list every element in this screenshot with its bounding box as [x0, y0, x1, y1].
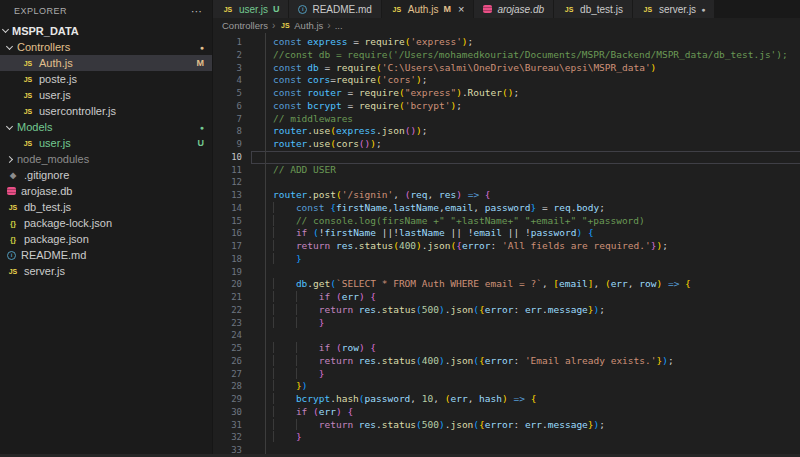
item-label: usercontroller.js [39, 105, 116, 117]
code-line[interactable]: 25 if (row) { [213, 342, 800, 355]
sidebar-item-node_modules[interactable]: node_modules [0, 151, 212, 167]
code-line[interactable]: 20 db.get(`SELECT * FROM Auth WHERE emai… [213, 278, 800, 291]
line-content: db.get(`SELECT * FROM Auth WHERE email =… [251, 278, 800, 291]
line-number: 2 [213, 49, 251, 62]
chevron-down-icon [6, 42, 13, 49]
tab-server.js[interactable]: JSserver.js● [633, 0, 714, 18]
breadcrumb-item[interactable]: JSAuth.js [279, 20, 323, 31]
code-line[interactable]: 7// middlewares [213, 113, 800, 126]
line-content: // ADD USER [251, 164, 800, 177]
code-line[interactable]: 4const cors=require('cors'); [213, 74, 800, 87]
item-label: poste.js [39, 73, 77, 85]
code-line[interactable]: 14 const {firstName,lastName,email, pass… [213, 202, 800, 215]
code-line[interactable]: 6const bcrypt = require('bcrypt'); [213, 100, 800, 113]
code-editor[interactable]: 1const express = require('express');2//c… [213, 33, 800, 457]
tab-user.js[interactable]: JSuser.jsU [213, 0, 288, 18]
sidebar-item-usercontroller.js[interactable]: JSusercontroller.js [0, 103, 212, 119]
js-icon: JS [22, 106, 34, 116]
line-content [251, 266, 800, 279]
code-line[interactable]: 15 // console.log(firsName +" "+lastName… [213, 215, 800, 228]
code-line[interactable]: 16 if (!firstName ||!lastName || !email … [213, 227, 800, 240]
code-line[interactable]: 31 return res.status(500).json({error: e… [213, 419, 800, 432]
code-line[interactable]: 13router.post('/signin', (req, res) => { [213, 189, 800, 202]
line-number: 1 [213, 36, 251, 49]
code-line[interactable]: 9router.use(cors()); [213, 138, 800, 151]
code-line[interactable]: 21 if (err) { [213, 291, 800, 304]
breadcrumb-item[interactable]: Controllers [222, 20, 268, 31]
sidebar-item-.gitignore[interactable]: ◆.gitignore [0, 167, 212, 183]
tab-arojase.db[interactable]: arojase.db [474, 0, 553, 18]
root-folder-row[interactable]: MSPR_DATA [0, 22, 212, 39]
line-content: const {firstName,lastName,email, passwor… [251, 202, 800, 215]
markdown-info-icon: i [298, 5, 307, 14]
code-line[interactable]: 32 } [213, 431, 800, 444]
code-line[interactable]: 1const express = require('express'); [213, 36, 800, 49]
tab-bar: JSuser.jsUiREADME.mdJSAuth.jsM×arojase.d… [213, 0, 800, 18]
code-line[interactable]: 28 }) [213, 380, 800, 393]
sidebar-item-readme.md[interactable]: iREADME.md [0, 247, 212, 263]
line-content: return res.status(500).json({error: err.… [251, 419, 800, 432]
breadcrumb-item[interactable]: ... [335, 20, 343, 31]
code-line[interactable]: 17 return res.status(400).json({error: '… [213, 240, 800, 253]
sidebar-item-auth.js[interactable]: JSAuth.jsM [0, 55, 212, 71]
sidebar-item-server.js[interactable]: JSserver.js [0, 263, 212, 279]
code-line[interactable]: 2//const db = require('/Users/mohamedkou… [213, 49, 800, 62]
more-actions-icon[interactable]: ⋯ [191, 5, 202, 18]
code-line[interactable]: 3const db = require('C:\Users\salmi\OneD… [213, 62, 800, 75]
code-line[interactable]: 29 bcrypt.hash(password, 10, (err, hash)… [213, 393, 800, 406]
breadcrumb-label: Auth.js [294, 20, 323, 31]
line-number: 18 [213, 253, 251, 266]
line-number: 11 [213, 164, 251, 177]
code-line[interactable]: 18 } [213, 253, 800, 266]
code-line[interactable]: 24 [213, 329, 800, 342]
line-number: 9 [213, 138, 251, 151]
code-line[interactable]: 8router.use(express.json()); [213, 125, 800, 138]
line-content: } [251, 368, 800, 381]
code-line[interactable]: 23 } [213, 317, 800, 330]
breadcrumb-label: Controllers [222, 20, 268, 31]
sidebar-item-user.js[interactable]: JSuser.jsU [0, 135, 212, 151]
sidebar-item-package-lock.json[interactable]: {}package-lock.json [0, 215, 212, 231]
tab-auth.js[interactable]: JSAuth.jsM× [382, 0, 474, 18]
sidebar-item-db_test.js[interactable]: JSdb_test.js [0, 199, 212, 215]
breadcrumb: Controllers›JSAuth.js›... [213, 18, 800, 33]
sidebar-item-package.json[interactable]: {}package.json [0, 231, 212, 247]
sidebar-item-poste.js[interactable]: JSposte.js [0, 71, 212, 87]
code-line[interactable]: 30 if (err) { [213, 406, 800, 419]
line-number: 19 [213, 266, 251, 279]
code-line[interactable]: 10 [213, 151, 800, 164]
code-line[interactable]: 22 return res.status(500).json({error: e… [213, 304, 800, 317]
line-number: 24 [213, 329, 251, 342]
close-icon[interactable]: × [458, 3, 464, 15]
code-line[interactable]: 33 [213, 444, 800, 457]
code-line[interactable]: 27 } [213, 368, 800, 381]
line-content: router.use(cors()); [251, 138, 800, 151]
js-icon: JS [642, 4, 654, 14]
line-content: if (row) { [251, 342, 800, 355]
item-label: node_modules [17, 153, 89, 165]
code-line[interactable]: 26 return res.status(400).json({error: '… [213, 355, 800, 368]
code-line[interactable]: 12 [213, 176, 800, 189]
sidebar-item-arojase.db[interactable]: arojase.db [0, 183, 212, 199]
line-number: 16 [213, 227, 251, 240]
tab-db_test.js[interactable]: JSdb_test.js [554, 0, 632, 18]
sidebar-item-user.js[interactable]: JSuser.js [0, 87, 212, 103]
line-content: return res.status(500).json({error: err.… [251, 304, 800, 317]
unsaved-dot-icon[interactable]: ● [701, 6, 705, 13]
vscode-window: EXPLORER ⋯ MSPR_DATA Controllers●JSAuth.… [0, 0, 800, 457]
line-number: 6 [213, 100, 251, 113]
code-line[interactable]: 19 [213, 266, 800, 279]
line-content: // middlewares [251, 113, 800, 126]
js-icon: JS [563, 4, 575, 14]
tab-readme.md[interactable]: iREADME.md [289, 0, 380, 18]
sidebar-item-controllers[interactable]: Controllers● [0, 39, 212, 55]
line-number: 15 [213, 215, 251, 228]
sidebar-item-models[interactable]: Models● [0, 119, 212, 135]
line-content [251, 329, 800, 342]
item-label: Auth.js [39, 57, 73, 69]
line-number: 23 [213, 317, 251, 330]
code-line[interactable]: 11// ADD USER [213, 164, 800, 177]
code-line[interactable]: 5const router = require("express").Route… [213, 87, 800, 100]
item-label: db_test.js [24, 201, 71, 213]
line-content: if (err) { [251, 406, 800, 419]
